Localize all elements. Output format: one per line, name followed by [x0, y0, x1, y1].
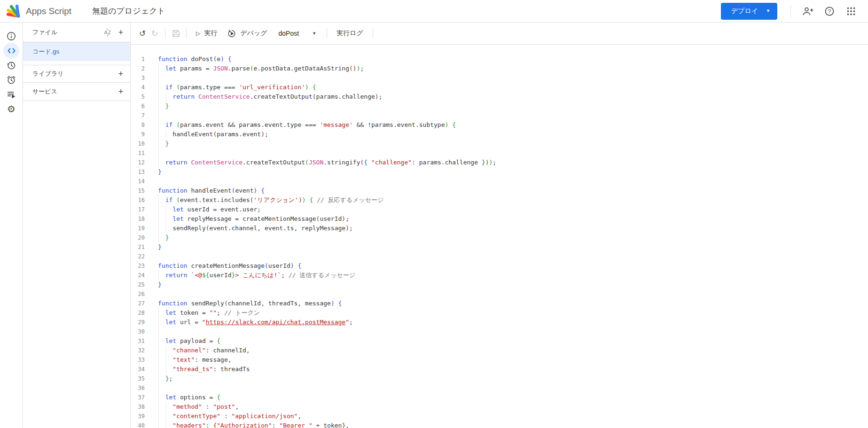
code-line[interactable]: 1function doPost(e) { — [131, 54, 868, 64]
code-line[interactable]: 16 if (event.text.includes('リアクション')) { … — [131, 195, 868, 205]
line-number[interactable]: 25 — [131, 280, 145, 289]
line-number[interactable]: 31 — [131, 336, 145, 346]
sidebar-item-triggers[interactable] — [4, 73, 18, 87]
line-number[interactable]: 29 — [131, 318, 145, 327]
line-number[interactable]: 15 — [131, 186, 145, 195]
line-number[interactable]: 6 — [131, 101, 145, 111]
line-number[interactable]: 8 — [131, 120, 145, 130]
code-line[interactable]: 15function handleEvent(event) { — [131, 186, 868, 195]
line-number[interactable]: 22 — [131, 252, 145, 261]
line-number[interactable]: 37 — [131, 393, 145, 402]
sidebar-item-overview[interactable] — [4, 29, 18, 43]
code-line[interactable]: 12 return ContentService.createTextOutpu… — [131, 158, 868, 167]
line-number[interactable]: 38 — [131, 402, 145, 412]
code-line[interactable]: 9 handleEvent(params.event); — [131, 130, 868, 139]
line-number[interactable]: 19 — [131, 224, 145, 233]
save-button[interactable] — [170, 27, 182, 39]
function-selector[interactable]: doPost ▼ — [273, 26, 323, 40]
debug-button[interactable]: デバッグ — [222, 26, 272, 40]
code-line[interactable]: 33 "text": message, — [131, 355, 868, 365]
code-line[interactable]: 8 if (params.event && params.event.type … — [131, 120, 868, 130]
file-item-code-gs[interactable]: コード.gs — [23, 42, 130, 61]
line-number[interactable]: 32 — [131, 346, 145, 355]
code-line[interactable]: 23function createMentionMessage(userId) … — [131, 261, 868, 271]
code-line[interactable]: 34 "thread_ts": threadTs — [131, 365, 868, 374]
line-number[interactable]: 16 — [131, 195, 145, 205]
line-number[interactable]: 39 — [131, 412, 145, 421]
code-line[interactable]: 17 let userId = event.user; — [131, 205, 868, 214]
project-title[interactable]: 無題のプロジェクト — [92, 6, 165, 16]
line-number[interactable]: 26 — [131, 289, 145, 299]
code-line[interactable]: 6 } — [131, 101, 868, 111]
line-number[interactable]: 34 — [131, 365, 145, 374]
line-number[interactable]: 33 — [131, 355, 145, 365]
line-number[interactable]: 21 — [131, 242, 145, 252]
code-area[interactable]: 1function doPost(e) {2 let params = JSON… — [131, 54, 868, 428]
line-number[interactable]: 28 — [131, 308, 145, 318]
sidebar-item-editor[interactable] — [4, 44, 18, 58]
line-number[interactable]: 14 — [131, 177, 145, 186]
line-number[interactable]: 1 — [131, 54, 145, 64]
redo-icon[interactable]: ↻ — [149, 27, 161, 39]
help-icon[interactable]: ? — [820, 2, 839, 21]
code-line[interactable]: 22 — [131, 252, 868, 261]
sidebar-item-executions[interactable] — [4, 87, 18, 101]
sidebar-item-project-history[interactable] — [4, 58, 18, 72]
share-person-add-icon[interactable] — [798, 2, 817, 21]
execution-log-button[interactable]: 実行ログ — [331, 26, 368, 40]
deploy-button[interactable]: デプロイ ▼ — [721, 3, 777, 20]
undo-icon[interactable]: ↺ — [136, 27, 149, 39]
line-number[interactable]: 40 — [131, 421, 145, 428]
line-number[interactable]: 27 — [131, 299, 145, 308]
line-number[interactable]: 23 — [131, 261, 145, 271]
code-line[interactable]: 18 let replyMessage = createMentionMessa… — [131, 214, 868, 224]
code-line[interactable]: 30 — [131, 327, 868, 336]
code-line[interactable]: 38 "method" : "post", — [131, 402, 868, 412]
code-line[interactable]: 35 }; — [131, 374, 868, 383]
line-number[interactable]: 11 — [131, 148, 145, 158]
code-line[interactable]: 24 return `<@${userId}> こんにちは!`; // 送信する… — [131, 271, 868, 280]
line-number[interactable]: 10 — [131, 139, 145, 148]
add-file-button[interactable]: + — [114, 26, 127, 39]
code-line[interactable]: 7 — [131, 111, 868, 120]
code-line[interactable]: 29 let url = "https://slack.com/api/chat… — [131, 318, 868, 327]
code-line[interactable]: 20 } — [131, 233, 868, 242]
line-number[interactable]: 13 — [131, 167, 145, 177]
apps-grid-icon[interactable] — [842, 2, 860, 21]
line-number[interactable]: 4 — [131, 83, 145, 92]
code-line[interactable]: 36 — [131, 383, 868, 393]
line-number[interactable]: 30 — [131, 327, 145, 336]
line-number[interactable]: 5 — [131, 92, 145, 101]
add-library-button[interactable]: + — [114, 67, 127, 80]
code-line[interactable]: 14 — [131, 177, 868, 186]
code-line[interactable]: 13} — [131, 167, 868, 177]
line-number[interactable]: 2 — [131, 64, 145, 73]
code-line[interactable]: 28 let token = ""; // トークン — [131, 308, 868, 318]
code-line[interactable]: 11 — [131, 148, 868, 158]
apps-script-logo-icon[interactable] — [7, 5, 21, 18]
code-line[interactable]: 4 if (params.type === 'url_verification'… — [131, 83, 868, 92]
line-number[interactable]: 24 — [131, 271, 145, 280]
run-button[interactable]: ▷ 実行 — [191, 26, 222, 40]
code-line[interactable]: 39 "contentType" : "application/json", — [131, 412, 868, 421]
add-service-button[interactable]: + — [114, 85, 127, 98]
code-line[interactable]: 19 sendReply(event.channel, event.ts, re… — [131, 224, 868, 233]
sort-files-button[interactable]: A Z — [101, 26, 114, 39]
code-line[interactable]: 26 — [131, 289, 868, 299]
line-number[interactable]: 17 — [131, 205, 145, 214]
code-line[interactable]: 27function sendReply(channelId, threadTs… — [131, 299, 868, 308]
line-number[interactable]: 7 — [131, 111, 145, 120]
code-line[interactable]: 40 "headers": {"Authorization": "Bearer … — [131, 421, 868, 428]
line-number[interactable]: 35 — [131, 374, 145, 383]
code-line[interactable]: 37 let options = { — [131, 393, 868, 402]
line-number[interactable]: 9 — [131, 130, 145, 139]
code-editor[interactable]: 1function doPost(e) {2 let params = JSON… — [131, 45, 868, 428]
code-line[interactable]: 25} — [131, 280, 868, 289]
code-line[interactable]: 32 "channel": channelId, — [131, 346, 868, 355]
line-number[interactable]: 12 — [131, 158, 145, 167]
line-number[interactable]: 3 — [131, 73, 145, 83]
code-line[interactable]: 2 let params = JSON.parse(e.postData.get… — [131, 64, 868, 73]
code-line[interactable]: 21} — [131, 242, 868, 252]
code-line[interactable]: 3 — [131, 73, 868, 83]
line-number[interactable]: 18 — [131, 214, 145, 224]
